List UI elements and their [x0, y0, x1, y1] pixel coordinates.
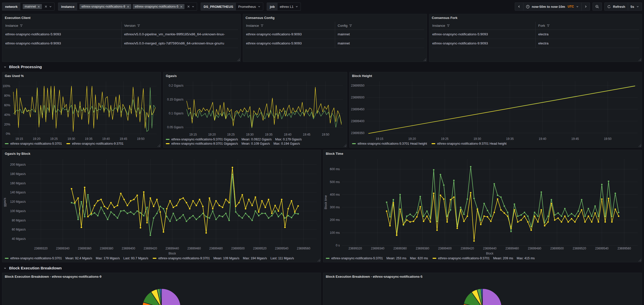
column-header[interactable]: Version [121, 22, 238, 30]
filter-tag-label: ethrex-snapsync-notifications-9 [82, 5, 125, 8]
column-header[interactable]: Instance [432, 22, 535, 30]
legend-item[interactable]: ethrex-snapsync-notifications-5:3701 Hea… [352, 142, 427, 145]
filter-icon[interactable] [137, 24, 140, 27]
panel-title: Block Height [350, 72, 642, 79]
filter-tag-label: mainnet [25, 5, 36, 8]
svg-text:Block: Block [486, 252, 494, 255]
svg-text:Block: Block [169, 252, 176, 255]
svg-text:23699350: 23699350 [351, 131, 365, 135]
column-header[interactable]: Instance [5, 22, 121, 30]
resize-handle[interactable] [638, 144, 641, 147]
time-series-chart[interactable]: 19:1519:2019:2519:3019:3519:4019:4519:50… [163, 79, 347, 137]
series-stat: Last: 93.7 Mgas/s [123, 257, 148, 260]
panel-title: Ggas/s by Block [2, 150, 321, 157]
legend-item[interactable]: ethrex-snapsync-notifications-5:3701 Gig… [166, 138, 302, 141]
panel-breakdown-9: Block Execution Breakdown - ethrex-snaps… [2, 273, 321, 305]
clear-instance-icon[interactable] [187, 5, 190, 8]
resize-handle[interactable] [344, 144, 346, 147]
time-shift-back-button[interactable] [515, 3, 523, 11]
resize-handle[interactable] [317, 259, 320, 262]
job-value[interactable]: ethrex L1 [280, 5, 293, 9]
chevron-down-icon[interactable] [49, 5, 52, 8]
resize-handle[interactable] [638, 58, 641, 61]
series-swatch [326, 258, 330, 259]
filter-icon[interactable] [20, 24, 23, 27]
remove-tag-icon[interactable] [38, 6, 40, 8]
legend-item[interactable]: ethrex-snapsync-notifications-5:3701Mean… [326, 257, 428, 260]
refresh-interval-picker[interactable]: 5s [628, 3, 642, 11]
time-range-text: now-50m to now-10m [532, 5, 565, 9]
svg-text:23699400: 23699400 [438, 247, 452, 250]
svg-text:23699520: 23699520 [253, 247, 267, 250]
filter-icon[interactable] [349, 24, 352, 27]
datasource-value[interactable]: Prometheus [238, 5, 256, 9]
variable-job-label: job [267, 3, 278, 10]
filter-tag[interactable]: ethrex-snapsync-notifications-5 [133, 4, 184, 9]
panel-title: Ggas/s [163, 72, 347, 79]
svg-text:23699340: 23699340 [371, 247, 385, 250]
clear-network-icon[interactable] [45, 5, 47, 8]
remove-tag-icon[interactable] [180, 6, 182, 8]
legend-item[interactable]: ethrex-snapsync-notifications-9:3701 [66, 142, 123, 145]
chart-legend: ethrex-snapsync-notifications-5:3701Mean… [323, 256, 642, 262]
section-title: Block Processing [9, 65, 42, 69]
series-stat: Max: 0.194 Ggas/s [274, 142, 300, 145]
legend-item[interactable]: ethrex-snapsync-notifications-9:3701 Gig… [166, 142, 300, 145]
column-header[interactable]: Config [335, 22, 424, 30]
pie-chart[interactable] [2, 279, 321, 305]
time-controls: now-50m to now-10m UTC Refresh 5s [515, 3, 642, 11]
variable-datasource: DS_PROMETHEUS Prometheus [201, 3, 263, 11]
panel-title: Execution Client [2, 14, 240, 21]
resize-handle[interactable] [237, 58, 240, 61]
column-header[interactable]: Fork [535, 22, 639, 30]
svg-text:23699380: 23699380 [100, 247, 114, 250]
legend-item[interactable]: ethrex-snapsync-notifications-9:3701Mean… [433, 257, 535, 260]
variable-network-label: network [2, 3, 20, 10]
time-shift-forward-button[interactable] [581, 3, 590, 11]
legend-item[interactable]: ethrex-snapsync-notifications-5:3701Mean… [5, 257, 148, 260]
time-series-chart[interactable]: 19:1519:2019:2519:3019:3519:4019:4519:50… [2, 79, 161, 141]
consensus-config-table: InstanceConfigethrex-snapsync-notificati… [243, 21, 427, 62]
table-header: InstanceVersion [5, 22, 238, 30]
chevron-down-icon[interactable] [258, 5, 261, 8]
chevron-down-icon[interactable] [192, 5, 195, 8]
resize-handle[interactable] [157, 144, 160, 147]
resize-handle[interactable] [423, 58, 426, 61]
time-series-chart[interactable]: 2369932023699340236993602369938023699400… [323, 157, 642, 256]
panel-title: Block Time [323, 150, 642, 157]
series-swatch [352, 143, 356, 144]
time-range-picker[interactable]: now-50m to now-10m UTC [523, 3, 582, 11]
svg-text:0.05 Ggas/s: 0.05 Ggas/s [167, 125, 183, 129]
column-header[interactable]: Instance [246, 22, 335, 30]
legend-item[interactable]: ethrex-snapsync-notifications-9:3701 Hea… [432, 142, 506, 145]
filter-icon[interactable] [547, 24, 550, 27]
series-name: ethrex-snapsync-notifications-9:3701 [438, 257, 490, 260]
svg-text:Block time: Block time [324, 195, 328, 209]
remove-tag-icon[interactable] [127, 6, 129, 8]
resize-handle[interactable] [638, 259, 641, 262]
svg-text:100%: 100% [3, 84, 10, 88]
filter-tag[interactable]: mainnet [23, 4, 42, 9]
legend-item[interactable]: ethrex-snapsync-notifications-5:3701 [5, 142, 62, 145]
section-block-execution-breakdown[interactable]: Block Execution Breakdown [4, 265, 62, 272]
filter-tag[interactable]: ethrex-snapsync-notifications-9 [79, 4, 131, 9]
legend-item[interactable]: ethrex-snapsync-notifications-9:3701Mean… [153, 257, 294, 260]
refresh-button[interactable]: Refresh [604, 3, 628, 11]
time-series-chart[interactable]: 19:1519:2019:2519:3019:3519:4019:4519:50… [350, 79, 642, 141]
filter-icon[interactable] [447, 24, 450, 27]
pie-chart[interactable] [323, 279, 642, 305]
svg-text:200 ms: 200 ms [330, 218, 340, 222]
svg-text:23699500: 23699500 [231, 247, 245, 250]
section-block-processing[interactable]: Block Processing [4, 63, 42, 71]
svg-text:23699320: 23699320 [348, 247, 362, 250]
filter-icon[interactable] [261, 24, 263, 27]
svg-text:23699500: 23699500 [550, 247, 564, 250]
zoom-out-button[interactable] [593, 3, 602, 11]
clock-icon [526, 5, 530, 9]
time-series-chart[interactable]: 2369932023699340236993602369938023699400… [2, 157, 321, 256]
chevron-down-icon[interactable] [295, 5, 298, 8]
series-stat: Mean: 209 ms [493, 257, 513, 260]
svg-text:19:45: 19:45 [303, 133, 310, 136]
svg-text:19:30: 19:30 [473, 137, 481, 141]
svg-text:23699560: 23699560 [618, 247, 631, 250]
